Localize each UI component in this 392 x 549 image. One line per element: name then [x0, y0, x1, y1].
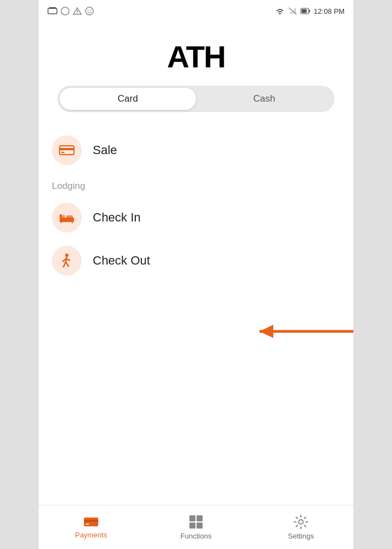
walk-icon	[59, 253, 75, 268]
time-display: 12:08 PM	[314, 7, 345, 15]
svg-rect-20	[66, 215, 73, 219]
lodging-section: Lodging	[52, 181, 340, 282]
sale-icon-circle	[52, 135, 82, 165]
functions-nav-icon	[188, 514, 204, 530]
logo-container: ATH	[52, 22, 340, 86]
settings-nav-icon	[293, 514, 309, 530]
payments-nav-icon	[83, 515, 99, 529]
card-toggle-button[interactable]: Card	[60, 88, 196, 110]
check-out-label: Check Out	[93, 254, 150, 268]
svg-rect-17	[60, 148, 74, 150]
nav-settings-button[interactable]: Settings	[248, 505, 353, 549]
sale-menu-item[interactable]: Sale	[52, 129, 340, 172]
check-out-menu-item[interactable]: Check Out	[52, 239, 340, 282]
sale-label: Sale	[93, 143, 117, 157]
sim-icon	[47, 7, 57, 15]
payment-type-toggle[interactable]: Card Cash	[57, 86, 335, 112]
svg-point-24	[62, 215, 65, 218]
arrow-annotation	[243, 320, 353, 342]
svg-rect-21	[60, 214, 62, 222]
functions-nav-label: Functions	[181, 532, 211, 540]
check-in-menu-item[interactable]: Check In	[52, 196, 340, 239]
svg-point-2	[61, 7, 69, 15]
settings-nav-label: Settings	[288, 532, 314, 540]
emoji-icon	[85, 7, 94, 15]
svg-point-8	[279, 13, 280, 14]
arrow-icon	[243, 320, 353, 342]
nav-functions-button[interactable]: Functions	[144, 505, 248, 549]
svg-rect-35	[86, 524, 89, 525]
credit-card-icon	[59, 144, 75, 156]
status-icons-left	[47, 7, 94, 15]
svg-rect-39	[197, 522, 203, 529]
nav-payments-button[interactable]: Payments	[39, 505, 144, 549]
svg-rect-34	[84, 520, 98, 522]
signal-icon	[288, 7, 297, 15]
svg-point-7	[91, 10, 92, 11]
svg-rect-22	[61, 221, 62, 223]
main-content: ATH Card Cash Sale Lodging	[39, 22, 353, 505]
status-bar: 12:08 PM	[39, 0, 353, 22]
svg-point-5	[86, 7, 93, 15]
payments-nav-label: Payments	[75, 531, 107, 539]
check-in-icon-circle	[52, 203, 82, 233]
svg-rect-38	[189, 522, 195, 529]
svg-rect-23	[72, 221, 73, 223]
circle-icon	[61, 7, 70, 15]
svg-rect-11	[290, 12, 292, 14]
svg-marker-32	[259, 325, 273, 338]
svg-rect-36	[189, 515, 195, 521]
check-in-label: Check In	[93, 210, 141, 225]
battery-icon	[300, 7, 310, 15]
app-logo: ATH	[167, 39, 225, 75]
check-out-icon-circle	[52, 246, 82, 276]
warning-icon	[73, 7, 82, 15]
svg-point-40	[299, 520, 303, 524]
svg-point-4	[77, 13, 78, 14]
svg-rect-37	[197, 515, 203, 521]
bottom-navigation: Payments Functions Settings	[39, 505, 353, 549]
bed-icon	[59, 211, 75, 224]
svg-rect-0	[48, 8, 57, 14]
cash-toggle-button[interactable]: Cash	[196, 88, 332, 110]
phone-frame: 12:08 PM ATH Card Cash Sale Lod	[39, 0, 353, 549]
svg-line-28	[66, 262, 68, 266]
wifi-icon	[275, 7, 285, 15]
status-icons-right: 12:08 PM	[275, 7, 345, 15]
svg-rect-1	[49, 7, 56, 9]
lodging-section-label: Lodging	[52, 181, 340, 192]
svg-rect-14	[309, 10, 310, 13]
svg-rect-15	[302, 9, 307, 13]
svg-rect-18	[61, 152, 65, 153]
svg-point-6	[88, 10, 89, 11]
